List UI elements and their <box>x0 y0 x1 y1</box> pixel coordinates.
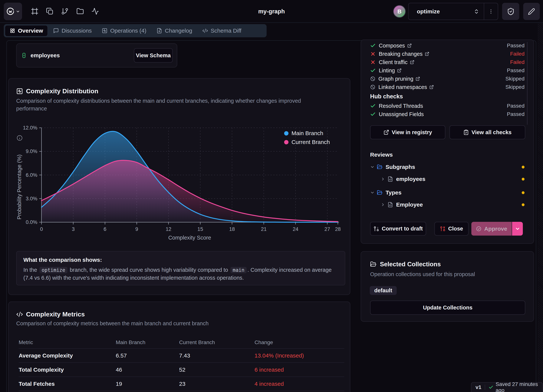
pending-review-dot <box>522 191 525 194</box>
explanation-text: branch, the wide spread curve shows high… <box>68 267 230 273</box>
external-link-icon[interactable] <box>429 85 434 89</box>
distribution-description: Comparison of complexity distributions b… <box>16 97 314 112</box>
approve-dropdown-button[interactable] <box>512 222 523 235</box>
nav-copy-button[interactable] <box>44 6 56 17</box>
check-row: Linked namespaces Skipped <box>370 83 525 91</box>
square-activity-icon <box>102 28 107 34</box>
avatar[interactable]: B <box>393 5 406 18</box>
tab-schema-diff[interactable]: Schema Diff <box>198 25 246 36</box>
column-header: Current Branch <box>179 339 255 345</box>
svg-text:18: 18 <box>229 226 235 232</box>
git-closed-icon <box>440 226 446 232</box>
external-link-icon[interactable] <box>397 68 402 73</box>
svg-text:24: 24 <box>293 226 298 232</box>
distribution-title: Complexity Distribution <box>26 87 98 95</box>
tree-item-label: Types <box>385 189 402 196</box>
tab-label: Changelog <box>165 28 192 34</box>
check-icon <box>488 385 493 390</box>
page-scrollbar[interactable] <box>538 23 543 392</box>
column-header: Main Branch <box>116 339 179 345</box>
saved-status: Saved 27 minutes ago <box>496 381 538 392</box>
check-icon <box>370 43 376 48</box>
tab-bar: OverviewDiscussionsOperations (4)Changel… <box>4 24 267 37</box>
view-all-checks-button[interactable]: View all checks <box>449 125 525 139</box>
check-label: Composes <box>379 43 405 49</box>
more-options-button[interactable] <box>484 3 498 20</box>
chevrons-up-down-icon <box>474 9 479 14</box>
reviews-tree: Subgraphs employees Types Employee <box>370 162 525 210</box>
tree-item-subgraphs[interactable]: Subgraphs <box>370 162 525 172</box>
approve-button[interactable]: Approve <box>471 222 512 235</box>
nav-git-branch-button[interactable] <box>59 6 71 17</box>
square-activity-icon <box>16 88 23 95</box>
svg-text:6: 6 <box>103 226 106 232</box>
convert-to-draft-button[interactable]: Convert to draft <box>370 222 426 235</box>
branch-select-group: optimize <box>408 3 498 20</box>
folder-icon <box>76 8 84 15</box>
external-link-icon[interactable] <box>425 52 429 56</box>
pending-review-dot <box>522 203 525 206</box>
branch-select-value: optimize <box>417 8 440 15</box>
view-schema-button[interactable]: View Schema <box>134 48 173 62</box>
external-link-icon[interactable] <box>416 77 420 81</box>
external-link-icon[interactable] <box>407 43 412 48</box>
view-in-registry-button[interactable]: View in registry <box>370 125 445 139</box>
current-branch-value: 7.43 <box>179 353 255 359</box>
collection-chip: default <box>370 286 397 295</box>
check-icon <box>370 103 376 109</box>
svg-text:6.0%: 6.0% <box>26 172 37 178</box>
svg-text:27: 27 <box>324 226 330 232</box>
clipboard-check-icon <box>463 129 469 135</box>
code-icon <box>202 28 208 34</box>
check-row: Client traffic Failed <box>370 58 525 66</box>
check-status: Failed <box>510 59 525 65</box>
nav-folder-button[interactable] <box>74 6 86 17</box>
tab-overview[interactable]: Overview <box>5 25 47 36</box>
pencil-icon <box>528 8 535 15</box>
pending-review-dot <box>522 178 525 180</box>
legend-item-current-branch[interactable]: Current Branch <box>284 139 330 145</box>
tab-discussions[interactable]: Discussions <box>49 25 96 36</box>
explanation-body: In the optimize branch, the wide spread … <box>23 266 338 282</box>
tab-changelog[interactable]: Changelog <box>152 25 197 36</box>
check-row: Unassigned Fields Passed <box>370 110 525 118</box>
chevron-right-icon <box>381 177 385 181</box>
copy-icon <box>46 8 54 15</box>
tree-item-employee[interactable]: Employee <box>370 199 525 210</box>
tree-item-types[interactable]: Types <box>370 187 525 198</box>
reviews-title: Reviews <box>370 151 393 158</box>
code-icon <box>16 311 23 318</box>
approve-button-group: Approve <box>471 222 523 235</box>
checks-list: Composes Passed Breaking changes Failed … <box>361 41 534 91</box>
chevron-down-icon <box>370 190 375 195</box>
file-code-icon <box>387 202 393 207</box>
external-link-icon[interactable] <box>410 60 414 64</box>
svg-text:3.0%: 3.0% <box>26 196 37 202</box>
tab-operations-4-[interactable]: Operations (4) <box>97 25 151 36</box>
metric-name: Total Fetches <box>19 381 116 387</box>
update-collections-button[interactable]: Update Collections <box>370 301 525 315</box>
logo-menu-button[interactable] <box>4 3 22 20</box>
check-row: Breaking changes Failed <box>370 50 525 58</box>
check-row: Resolved Threads Passed <box>370 102 525 110</box>
nav-frame-button[interactable] <box>29 6 40 17</box>
policies-button[interactable] <box>502 3 519 20</box>
square-activity-icon <box>16 88 23 95</box>
wundergraph-logo-icon <box>6 7 15 16</box>
check-status: Skipped <box>505 84 525 90</box>
legend-item-main-branch[interactable]: Main Branch <box>284 130 330 136</box>
check-status: Passed <box>507 67 525 73</box>
tab-label: Operations (4) <box>110 28 146 34</box>
metrics-title: Complexity Metrics <box>26 311 85 318</box>
circle-check-icon <box>476 226 481 232</box>
nav-activity-button[interactable] <box>90 6 101 17</box>
tree-item-employees[interactable]: employees <box>370 174 525 184</box>
code-chip: main <box>230 267 247 273</box>
check-label: Resolved Threads <box>379 103 423 109</box>
check-label: Graph pruning <box>379 76 413 82</box>
edit-button[interactable] <box>523 3 540 20</box>
chevron-down-icon <box>370 165 375 169</box>
chevron-right-icon <box>381 202 385 207</box>
branch-select[interactable]: optimize <box>409 3 484 20</box>
close-proposal-button[interactable]: Close <box>434 222 469 235</box>
